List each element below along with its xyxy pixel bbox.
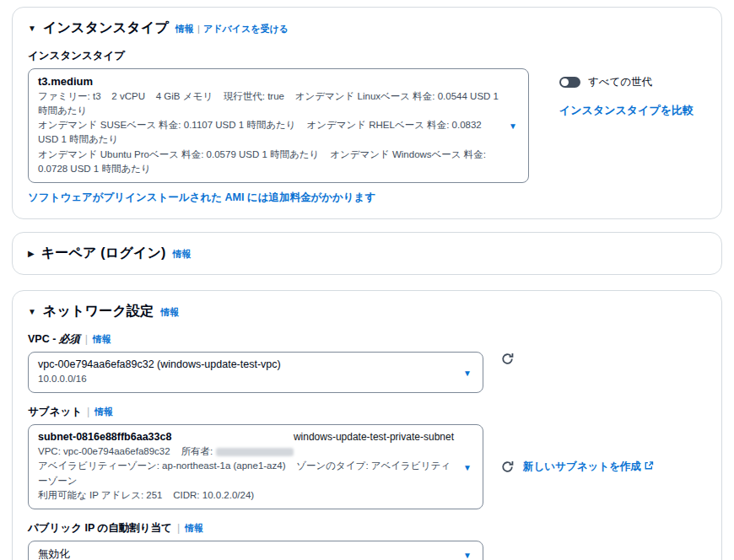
instance-type-field-label: インスタンスタイプ [28, 49, 706, 63]
network-settings-title: ネットワーク設定 [43, 303, 154, 320]
external-link-icon [644, 460, 654, 471]
key-pair-info-link[interactable]: 情報 [173, 249, 192, 259]
get-advice-link[interactable]: アドバイスを受ける [203, 24, 289, 34]
public-ip-value: 無効化 [38, 547, 454, 560]
section-expanded-caret-icon[interactable]: ▼ [28, 307, 36, 316]
instance-type-detail-line1: ファミリー: t3 2 vCPU 4 GiB メモリ 現行世代: true オン… [38, 89, 499, 119]
network-settings-card: ▼ ネットワーク設定 情報 VPC - 必須 |情報 vpc-00e794aa6… [12, 290, 722, 560]
compare-instance-types-link[interactable]: インスタンスタイプを比較 [559, 103, 694, 118]
refresh-icon[interactable] [500, 460, 515, 474]
subnet-name: windows-update-test-private-subnet [294, 431, 454, 443]
all-generations-toggle[interactable] [559, 77, 580, 88]
section-collapsed-caret-icon[interactable]: ▶ [28, 249, 35, 258]
instance-type-title: インスタンスタイプ [43, 19, 169, 37]
subnet-field-label: サブネット |情報 [28, 405, 706, 419]
owner-redacted-value [216, 448, 294, 456]
subnet-select[interactable]: subnet-0816e88ffb6aa33c8 windows-update-… [28, 424, 483, 509]
subnet-info-link[interactable]: 情報 [94, 406, 113, 418]
subnet-ip-line: 利用可能な IP アドレス: 251 CIDR: 10.0.2.0/24) [38, 488, 454, 503]
instance-type-info-link[interactable]: 情報 [175, 24, 194, 34]
instance-type-detail-line3: オンデマンド Ubuntu Proベース 料金: 0.0579 USD 1 時間… [38, 148, 499, 177]
chevron-down-icon: ▼ [509, 121, 517, 131]
chevron-down-icon: ▼ [463, 368, 472, 377]
refresh-icon[interactable] [500, 352, 515, 366]
instance-type-select[interactable]: t3.medium ファミリー: t3 2 vCPU 4 GiB メモリ 現行世… [28, 68, 529, 183]
ami-additional-fee-note: ソフトウェアがプリインストールされた AMI には追加料金がかかります [28, 191, 706, 205]
subnet-vpc-owner-line: VPC: vpc-00e794aa6efa89c32 所有者: [38, 444, 454, 459]
chevron-down-icon: ▼ [463, 462, 472, 471]
instance-type-value: t3.medium [38, 74, 499, 89]
subnet-az-line: アベイラビリティーゾーン: ap-northeast-1a (apne1-az4… [38, 459, 454, 488]
network-info-link[interactable]: 情報 [160, 307, 179, 317]
instance-type-header: ▼ インスタンスタイプ 情報|アドバイスを受ける [28, 19, 706, 37]
section-expanded-caret-icon[interactable]: ▼ [28, 24, 36, 33]
create-subnet-link[interactable]: 新しいサブネットを作成 [523, 460, 654, 474]
vpc-value: vpc-00e794aa6efa89c32 (windows-update-te… [38, 358, 454, 372]
subnet-id: subnet-0816e88ffb6aa33c8 [38, 430, 171, 444]
public-ip-select[interactable]: 無効化 ▼ [28, 541, 483, 560]
public-ip-field-label: パブリック IP の自動割り当て |情報 [28, 521, 706, 536]
key-pair-card[interactable]: ▶ キーペア (ログイン) 情報 [12, 232, 722, 275]
vpc-cidr: 10.0.0.0/16 [38, 372, 454, 386]
toggle-knob [561, 78, 569, 86]
key-pair-title: キーペア (ログイン) [41, 245, 166, 262]
vpc-field-label: VPC - 必須 |情報 [28, 332, 706, 347]
all-generations-label: すべての世代 [588, 75, 652, 89]
public-ip-info-link[interactable]: 情報 [185, 522, 203, 535]
vpc-select[interactable]: vpc-00e794aa6efa89c32 (windows-update-te… [28, 352, 483, 393]
instance-type-card: ▼ インスタンスタイプ 情報|アドバイスを受ける インスタンスタイプ t3.me… [12, 7, 722, 219]
instance-type-detail-line2: オンデマンド SUSEベース 料金: 0.1107 USD 1 時間あたり オン… [38, 118, 499, 148]
chevron-down-icon: ▼ [463, 550, 472, 559]
vpc-info-link[interactable]: 情報 [93, 333, 111, 346]
